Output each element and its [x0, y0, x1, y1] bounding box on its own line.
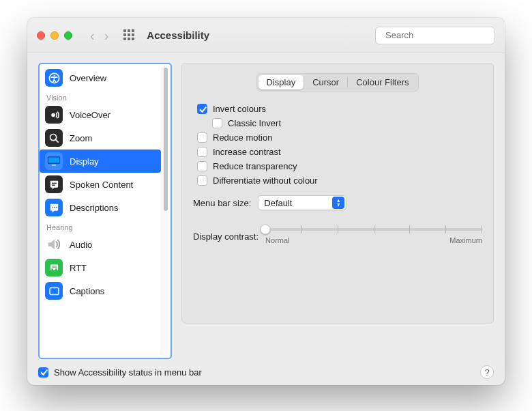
sidebar-item-spoken-content[interactable]: Spoken Content: [40, 173, 161, 196]
svg-point-16: [51, 268, 53, 270]
content-area: Overview Vision VoiceOver Zoom: [27, 53, 505, 359]
tab-colour-filters[interactable]: Colour Filters: [348, 75, 417, 89]
option-classic-invert: Classic Invert: [212, 118, 482, 128]
differentiate-colour-checkbox[interactable]: [197, 175, 207, 186]
sidebar-item-label: Descriptions: [70, 203, 119, 213]
svg-point-13: [54, 206, 55, 208]
svg-rect-11: [51, 184, 55, 185]
sidebar-item-rtt[interactable]: RTT: [40, 256, 161, 279]
search-field[interactable]: [375, 27, 495, 44]
option-label: Classic Invert: [228, 118, 281, 128]
display-contrast-row: Display contrast: Normal M: [193, 224, 482, 249]
display-contrast-min-label: Normal: [265, 236, 289, 244]
svg-line-6: [55, 139, 58, 142]
option-label: Reduce transparency: [213, 161, 297, 171]
option-reduce-transparency: Reduce transparency: [197, 161, 482, 171]
svg-point-3: [53, 74, 55, 76]
sidebar-item-captions[interactable]: Captions: [40, 279, 161, 302]
display-contrast-max-label: Maximum: [449, 236, 482, 244]
menu-bar-size-row: Menu bar size: Default ▲▼: [193, 195, 482, 210]
tab-cursor[interactable]: Cursor: [304, 75, 347, 89]
svg-rect-20: [50, 287, 59, 294]
option-differentiate-colour: Differentiate without colour: [197, 175, 482, 186]
menu-bar-size-popup[interactable]: Default ▲▼: [258, 195, 346, 210]
display-options: Invert colours Classic Invert Reduce mot…: [193, 104, 482, 186]
popup-arrows-icon: ▲▼: [332, 197, 344, 209]
descriptions-icon: [45, 199, 63, 216]
option-reduce-motion: Reduce motion: [197, 132, 482, 143]
captions-icon: [45, 282, 63, 300]
option-label: Invert colours: [213, 104, 266, 114]
sidebar-item-label: Zoom: [70, 133, 92, 143]
option-label: Increase contrast: [213, 147, 281, 157]
audio-icon: [45, 236, 63, 253]
show-status-checkbox[interactable]: [38, 367, 48, 378]
sidebar-item-voiceover[interactable]: VoiceOver: [40, 103, 161, 126]
toolbar: ‹ › Accessibility: [27, 18, 505, 53]
display-contrast-knob[interactable]: [261, 225, 271, 235]
sidebar-item-audio[interactable]: Audio: [40, 233, 161, 256]
minimize-window-button[interactable]: [50, 31, 59, 40]
sidebar-item-label: Audio: [70, 240, 92, 250]
voiceover-icon: [45, 106, 63, 124]
sidebar: Overview Vision VoiceOver Zoom: [38, 63, 172, 359]
forward-button[interactable]: ›: [102, 27, 112, 44]
svg-point-17: [55, 268, 57, 270]
sidebar-item-zoom[interactable]: Zoom: [40, 126, 161, 150]
svg-point-4: [51, 113, 55, 117]
invert-colours-checkbox[interactable]: [197, 104, 207, 114]
svg-rect-8: [48, 158, 59, 163]
sidebar-item-label: VoiceOver: [70, 110, 110, 120]
back-button[interactable]: ‹: [87, 27, 98, 44]
close-window-button[interactable]: [37, 31, 45, 40]
search-input[interactable]: [384, 29, 501, 41]
menu-bar-size-label: Menu bar size:: [193, 198, 251, 208]
spoken-content-icon: [45, 175, 63, 193]
menu-bar-size-value: Default: [264, 198, 292, 208]
nav-buttons: ‹ ›: [87, 27, 111, 44]
svg-rect-10: [51, 182, 56, 183]
increase-contrast-checkbox[interactable]: [197, 147, 207, 157]
svg-rect-19: [51, 267, 56, 268]
sidebar-section-hearing: Hearing: [40, 219, 161, 233]
svg-rect-9: [52, 165, 57, 166]
show-status-label: Show Accessibility status in menu bar: [54, 367, 202, 378]
show-status-row: Show Accessibility status in menu bar: [38, 367, 202, 378]
sidebar-scrollbar-thumb[interactable]: [164, 68, 168, 211]
reduce-transparency-checkbox[interactable]: [197, 161, 207, 171]
option-label: Reduce motion: [213, 132, 272, 143]
help-button[interactable]: ?: [480, 365, 494, 379]
sidebar-item-display[interactable]: Display: [40, 150, 161, 173]
sidebar-item-label: Display: [70, 156, 99, 167]
zoom-window-button[interactable]: [64, 31, 72, 40]
sidebar-item-label: RTT: [70, 263, 87, 273]
sidebar-item-descriptions[interactable]: Descriptions: [40, 196, 161, 219]
window-title: Accessibility: [147, 29, 209, 41]
sidebar-scrollbar[interactable]: [162, 66, 168, 356]
footer: Show Accessibility status in menu bar ?: [27, 359, 505, 385]
sidebar-section-vision: Vision: [40, 89, 161, 103]
classic-invert-checkbox[interactable]: [212, 118, 222, 128]
accessibility-icon: [45, 69, 63, 87]
display-icon: [45, 152, 63, 170]
display-contrast-slider[interactable]: [265, 228, 482, 231]
svg-point-14: [56, 206, 57, 208]
zoom-icon: [45, 129, 63, 147]
tab-display[interactable]: Display: [258, 75, 304, 89]
display-contrast-label: Display contrast:: [193, 231, 258, 242]
sidebar-item-overview[interactable]: Overview: [40, 66, 161, 89]
reduce-motion-checkbox[interactable]: [197, 132, 207, 143]
tab-bar: Display Cursor Colour Filters: [193, 73, 482, 91]
sidebar-item-label: Captions: [70, 286, 104, 296]
settings-panel: Display Cursor Colour Filters Invert col…: [181, 63, 494, 324]
rtt-icon: [45, 259, 63, 277]
sidebar-item-label: Overview: [70, 73, 106, 83]
show-all-prefs-button[interactable]: [123, 29, 136, 42]
sidebar-item-label: Spoken Content: [70, 180, 133, 190]
svg-point-12: [52, 206, 53, 208]
prefs-window: ‹ › Accessibility Overview: [27, 18, 505, 385]
window-controls: [37, 31, 72, 40]
svg-rect-18: [51, 266, 56, 266]
option-invert-colours: Invert colours: [197, 104, 482, 114]
option-increase-contrast: Increase contrast: [197, 147, 482, 157]
